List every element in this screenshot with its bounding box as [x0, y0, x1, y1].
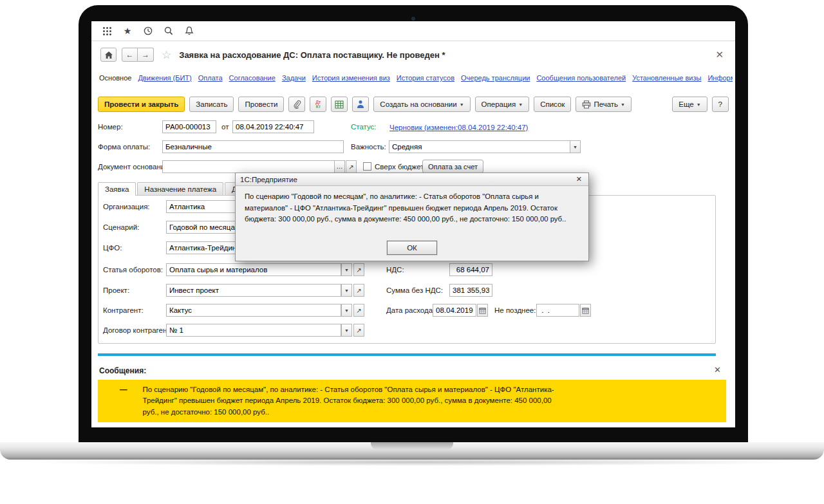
nav-link-status-history[interactable]: История статусов	[397, 74, 454, 82]
nav-link-movements[interactable]: Движения (БИТ)	[138, 74, 191, 82]
nav-link-info[interactable]: Информация	[707, 74, 733, 82]
chevron-down-icon: ▼	[344, 268, 349, 272]
sum-without-vat-label: Сумма без НДС:	[386, 284, 443, 297]
chevron-down-icon: ▼	[344, 308, 349, 313]
list-button[interactable]: Список	[534, 97, 571, 112]
open-link-icon: ↗	[348, 163, 353, 171]
turnover-item-dropdown-button[interactable]: ▼	[341, 263, 352, 276]
turnover-item-open-button[interactable]: ↗	[353, 263, 364, 276]
search-button[interactable]	[162, 24, 175, 37]
scenario-label: Сценарий:	[103, 221, 139, 234]
spreadsheet-icon	[335, 100, 344, 109]
contractor-dropdown-button[interactable]: ▼	[341, 304, 352, 317]
importance-dropdown-button[interactable]: ▼	[570, 140, 581, 153]
over-budget-checkbox[interactable]	[363, 162, 371, 171]
command-bar: Провести и закрыть Записать Провести ДтК…	[98, 96, 729, 113]
nav-link-tasks[interactable]: Задачи	[282, 74, 306, 82]
laptop-camera	[411, 17, 415, 21]
back-button[interactable]: ←	[122, 48, 138, 62]
forward-button[interactable]: →	[138, 48, 154, 62]
operation-button[interactable]: Операция▼	[475, 97, 530, 112]
dialog-title: 1С:Предприятие	[240, 176, 297, 183]
print-label: Печать	[594, 100, 618, 108]
attachments-button[interactable]	[288, 97, 305, 112]
arrow-right-icon: →	[142, 50, 149, 59]
post-and-close-button[interactable]: Провести и закрыть	[98, 97, 185, 112]
report-button[interactable]	[331, 97, 348, 112]
subordination-button[interactable]	[352, 97, 369, 112]
project-input[interactable]	[166, 284, 341, 297]
dialog-titlebar[interactable]: 1С:Предприятие ✕	[236, 173, 588, 186]
history-nav-group: ← →	[122, 48, 154, 62]
project-open-button[interactable]: ↗	[353, 284, 364, 297]
not-later-input[interactable]	[536, 304, 579, 317]
expense-date-input[interactable]	[433, 304, 476, 317]
turnover-item-input[interactable]	[166, 263, 341, 276]
message-text: По сценарию "Годовой по месяцам", по ана…	[143, 384, 555, 418]
tab-payment-purpose[interactable]: Назначение платежа	[137, 182, 223, 195]
notifications-button[interactable]	[183, 24, 196, 37]
section-links: Основное Движения (БИТ) Оплата Согласова…	[99, 71, 733, 84]
history-button[interactable]	[142, 24, 154, 37]
panel-splitter[interactable]	[98, 353, 716, 356]
nav-link-broadcast-queue[interactable]: Очередь трансляции	[461, 74, 530, 82]
expense-date-label: Дата расхода:	[386, 304, 435, 317]
nav-link-user-messages[interactable]: Сообщения пользователей	[536, 74, 626, 82]
open-link-icon: ↗	[356, 307, 361, 314]
contract-open-button[interactable]: ↗	[353, 324, 364, 337]
chevron-down-icon: ▼	[518, 102, 523, 107]
number-label: Номер:	[98, 120, 123, 133]
chevron-down-icon: ▼	[460, 102, 464, 107]
write-button[interactable]: Записать	[189, 97, 234, 112]
nav-link-payment[interactable]: Оплата	[198, 74, 223, 82]
nav-link-approval[interactable]: Согласование	[229, 74, 276, 82]
contract-input[interactable]	[166, 324, 341, 337]
nav-link-visas[interactable]: Установленные визы	[632, 74, 701, 82]
nav-link-visa-history[interactable]: История изменения виз	[312, 74, 390, 82]
star-icon: ★	[124, 26, 132, 35]
favorite-star-icon[interactable]: ☆	[162, 48, 171, 62]
tab-request[interactable]: Заявка	[98, 182, 136, 196]
main-menu-button[interactable]	[100, 24, 113, 37]
vat-input[interactable]	[449, 263, 492, 276]
help-button[interactable]: ?	[712, 97, 729, 112]
nav-link-main[interactable]: Основное	[99, 74, 131, 82]
dialog-close-button[interactable]: ✕	[574, 175, 584, 183]
print-button[interactable]: Печать▼	[576, 97, 632, 112]
contractor-input[interactable]	[166, 304, 341, 317]
create-on-basis-label: Создать на основании	[380, 100, 456, 108]
more-button[interactable]: Еще▼	[672, 97, 707, 112]
home-button[interactable]	[100, 48, 117, 62]
importance-select[interactable]	[389, 140, 570, 153]
payment-form-input[interactable]	[162, 140, 344, 153]
expense-date-calendar-button[interactable]	[477, 304, 488, 317]
messages-close-button[interactable]: ✕	[714, 365, 721, 375]
dialog-ok-button[interactable]: ОК	[387, 241, 437, 255]
number-input[interactable]	[162, 120, 216, 133]
base-document-open-button[interactable]: ↗	[346, 160, 357, 173]
alert-dialog: 1С:Предприятие ✕ По сценарию "Годовой по…	[235, 173, 589, 261]
datetime-input[interactable]	[232, 120, 314, 133]
contractor-open-button[interactable]: ↗	[353, 304, 364, 317]
bell-icon	[184, 26, 194, 36]
open-link-icon: ↗	[356, 266, 361, 274]
pay-at-expense-button[interactable]: Оплата за счет	[422, 160, 483, 173]
not-later-calendar-button[interactable]	[580, 304, 591, 317]
not-later-label: Не позднее:	[494, 304, 536, 317]
window-close-button[interactable]: ✕	[713, 49, 726, 61]
grid-menu-icon	[102, 26, 112, 36]
project-dropdown-button[interactable]: ▼	[341, 284, 352, 297]
base-document-choose-button[interactable]: …	[334, 160, 345, 173]
create-on-basis-button[interactable]: Создать на основании▼	[373, 97, 470, 112]
chevron-down-icon: ▼	[621, 102, 625, 107]
base-document-input[interactable]	[162, 160, 335, 173]
status-link[interactable]: Черновик (изменен:08.04.2019 22:40:47)	[389, 122, 528, 133]
favorites-button[interactable]: ★	[121, 24, 134, 37]
dialog-message: По сценарию "Годовой по месяцам", по ана…	[236, 186, 588, 225]
paperclip-icon	[292, 100, 301, 109]
debit-credit-button[interactable]: ДтКт	[310, 97, 326, 112]
contract-dropdown-button[interactable]: ▼	[341, 324, 352, 337]
post-button[interactable]: Провести	[238, 97, 284, 112]
message-list-item[interactable]: — По сценарию "Годовой по месяцам", по а…	[98, 380, 726, 422]
sum-without-vat-input[interactable]	[449, 284, 492, 297]
